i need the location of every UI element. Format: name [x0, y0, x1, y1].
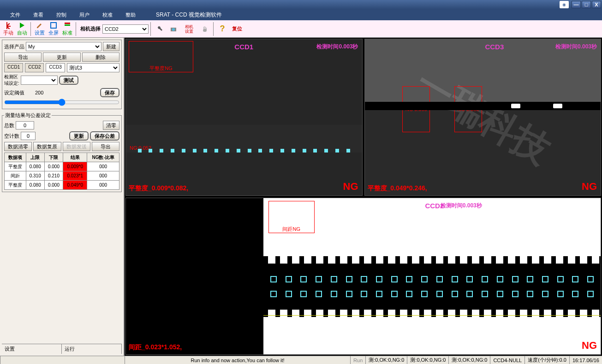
update-button[interactable]: 更新 [43, 53, 80, 62]
svg-rect-2 [65, 23, 70, 24]
svg-rect-1 [65, 24, 70, 26]
refresh-button[interactable]: 更新 [69, 131, 89, 141]
threshold-value: 200 [35, 90, 43, 95]
svg-rect-0 [51, 23, 56, 28]
table-row: 间距 0.310 0.210 0.023*1 000 [5, 171, 119, 181]
empty-label: 空计数 [4, 133, 19, 140]
menu-bar: 文件 查看 控制 用户 校准 整助 SRAT - CCD 视觉检测软件 [0, 9, 602, 20]
sidebar: 选择产品 My 新建 导出 更新 删除 CCD1 CCD2 CCD3 测试3 检… [0, 38, 125, 356]
ccd3-ng: NG [582, 181, 597, 193]
status-meas3: 测:0,OK:0,NG:0 [448, 356, 490, 364]
new-button[interactable]: 新建 [103, 42, 119, 51]
data-export-button[interactable]: 导出 [92, 142, 119, 151]
save-button[interactable]: 保存 [100, 88, 119, 97]
ccd3-time: 检测时间0.003秒 [555, 43, 597, 51]
tab-settings[interactable]: 设置 [2, 344, 62, 354]
toolbar: 手动 自动 设置 全屏 标准 相机选择 CCD2 相机 设置 ? 复位 [0, 20, 602, 38]
app-logo-icon: ◉ [560, 1, 569, 8]
camera-views: CCD1 检测时间0.003秒 平整度NG NG:0.052 平整度_0.009… [125, 38, 602, 356]
tool-icon-1[interactable] [153, 21, 166, 37]
view-ccd1[interactable]: CCD1 检测时间0.003秒 平整度NG NG:0.052 平整度_0.009… [125, 39, 363, 196]
tab-ccd2[interactable]: CCD2 [25, 63, 44, 72]
data-table: 数据项 上限 下限 结果 NG数-比率 平整度 0.080 0.000 0.00… [4, 153, 119, 190]
ccd3-strip [365, 102, 601, 110]
table-row: 平整度 0.080 0.000 0.009*0 000 [5, 162, 119, 171]
view-ccd2[interactable]: ◎ CCD2 检测时间0.003秒 间距NG 间距_0.023*1.052, N… [125, 198, 601, 355]
ccd1-label: CCD1 [234, 43, 253, 51]
ccd3-measurement: 平整度_0.049*0.246, [368, 184, 427, 193]
ccd2-measurement: 间距_0.023*1.052, [129, 343, 182, 352]
threshold-label: 设定阈值 [4, 89, 24, 96]
data-recover-button[interactable]: 数据复原 [33, 142, 61, 151]
tab-ccd1[interactable]: CCD1 [4, 63, 23, 72]
product-panel: 选择产品 My 新建 导出 更新 删除 CCD1 CCD2 CCD3 测试3 检… [2, 40, 122, 109]
menu-calibrate[interactable]: 校准 [96, 12, 119, 18]
window-titlebar: ◉ — □ X [0, 0, 602, 9]
menu-file[interactable]: 文件 [4, 12, 27, 18]
ccd1-ng: NG [343, 181, 358, 193]
auto-button[interactable]: 自动 [16, 21, 29, 37]
ccd2-yellowline [263, 315, 601, 316]
data-send-button[interactable]: 数据发送 [63, 142, 90, 151]
svg-point-4 [172, 28, 175, 31]
product-label: 选择产品 [4, 43, 24, 50]
table-row: 平整度 0.080 0.000 0.049*0 000 [5, 181, 119, 190]
status-bar: Run info and now action,You can follow i… [0, 356, 602, 364]
menu-help[interactable]: 整助 [119, 12, 142, 18]
watermark-icon: 一瑞科技 [364, 39, 602, 196]
status-runinfo: Run info and now action,You can follow i… [125, 356, 350, 364]
tab-ccd3[interactable]: CCD3 [46, 63, 65, 72]
delete-button[interactable]: 删除 [82, 53, 119, 62]
ccd2-connector [263, 264, 601, 310]
ccd3-label: CCD3 [485, 43, 504, 51]
th-lower: 下限 [44, 153, 63, 162]
reset-button[interactable]: 复位 [230, 21, 244, 37]
status-time: 16:17.06/16 [569, 356, 602, 364]
hand-icon[interactable] [198, 21, 211, 37]
close-button[interactable]: X [592, 1, 601, 8]
fullscreen-button[interactable]: 全屏 [47, 21, 60, 37]
ccd1-time: 检测时间0.003秒 [316, 43, 358, 51]
product-select[interactable]: My [26, 42, 101, 51]
status-ccd4: CCD4-NULL [490, 356, 525, 364]
tab-run[interactable]: 运行 [62, 344, 122, 354]
manual-button[interactable]: 手动 [2, 21, 15, 37]
menu-user[interactable]: 用户 [73, 12, 96, 18]
status-speed: 速度(个/分钟):0.0 [525, 356, 569, 364]
camera-select-group: 相机选择 [78, 25, 101, 32]
th-result: 结果 [63, 153, 87, 162]
th-upper: 上限 [26, 153, 44, 162]
ccd2-ng: NG [582, 340, 597, 352]
region-select[interactable] [21, 76, 58, 85]
camera-icon[interactable] [167, 21, 180, 37]
view-ccd3[interactable]: 一瑞科技 CCD3 检测时间0.003秒 NG 0.095 NG 0.086 平… [364, 39, 602, 196]
help-button[interactable]: ? [216, 21, 229, 37]
camera-select[interactable]: CCD2 [102, 24, 149, 34]
ccd1-flatness-box: 平整度NG [129, 41, 193, 72]
status-left [0, 356, 125, 364]
minimize-button[interactable]: — [572, 1, 581, 8]
measurement-panel: 测量结果与公差设定 总数 0 清零 空计数 0 更新 保存公差 数据清零 数据复… [2, 112, 122, 192]
app-title: SRAT - CCD 视觉检测软件 [156, 11, 222, 19]
status-meas2: 测:0,OK:0,NG:0 [407, 356, 448, 364]
th-ng: NG数-比率 [87, 153, 119, 162]
threshold-slider[interactable] [4, 99, 119, 106]
menu-view[interactable]: 查看 [27, 12, 50, 18]
export-button[interactable]: 导出 [4, 53, 42, 62]
camera-select-label: 相机选择 [80, 25, 101, 32]
camera-settings-button[interactable]: 相机 设置 [181, 21, 197, 37]
data-clear-button[interactable]: 数据清零 [4, 142, 32, 151]
test-select[interactable]: 测试3 [67, 63, 119, 72]
region-label: 检测区 域设定: [4, 74, 19, 87]
clear-button[interactable]: 清零 [103, 121, 119, 130]
maximize-button[interactable]: □ [582, 1, 591, 8]
status-meas1: 测:0,OK:0,NG:0 [365, 356, 407, 364]
standard-button[interactable]: 标准 [61, 21, 74, 37]
status-run: Run [350, 356, 365, 364]
ccd1-measurement: 平整度_0.009*0.082, [129, 184, 188, 193]
measurement-legend: 测量结果与公差设定 [4, 112, 52, 119]
settings-button[interactable]: 设置 [33, 21, 46, 37]
menu-control[interactable]: 控制 [50, 12, 73, 18]
test-button[interactable]: 测试 [59, 76, 78, 85]
save-tolerance-button[interactable]: 保存公差 [90, 131, 119, 141]
